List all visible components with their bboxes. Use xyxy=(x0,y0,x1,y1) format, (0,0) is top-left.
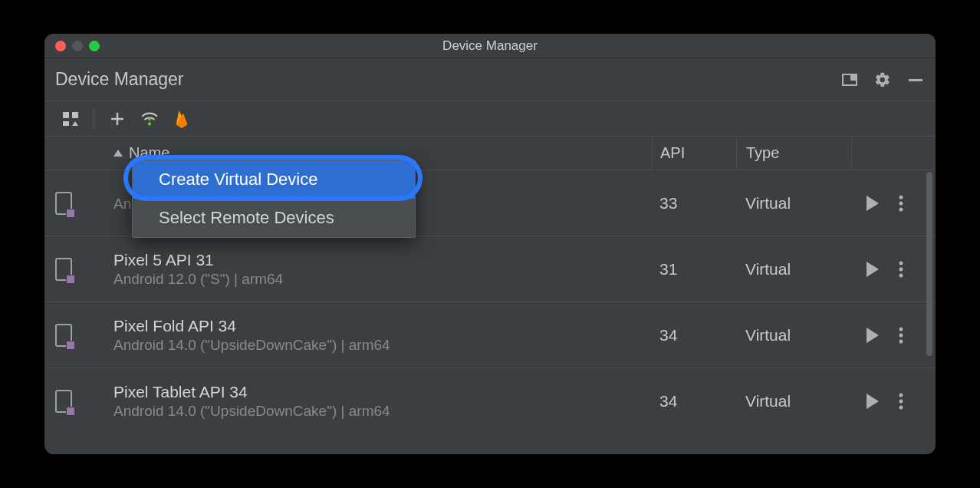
svg-point-10 xyxy=(899,201,903,205)
col-actions-header xyxy=(851,137,936,170)
phone-icon xyxy=(55,324,72,347)
panel-header-actions xyxy=(842,71,923,88)
device-type: Virtual xyxy=(736,302,851,368)
device-category-icon[interactable] xyxy=(55,105,86,133)
menu-item-label: Create Virtual Device xyxy=(159,170,317,190)
device-api: 34 xyxy=(652,302,736,368)
svg-point-11 xyxy=(899,207,903,211)
svg-point-23 xyxy=(899,406,903,410)
play-icon[interactable] xyxy=(865,327,880,344)
more-icon[interactable] xyxy=(899,327,903,344)
add-device-button[interactable] xyxy=(102,105,133,133)
zoom-window-button[interactable] xyxy=(89,41,100,51)
device-subtitle: Android 14.0 ("UpsideDownCake") | arm64 xyxy=(113,403,390,420)
device-type: Virtual xyxy=(736,368,851,434)
phone-icon xyxy=(55,258,72,281)
svg-point-7 xyxy=(148,122,151,125)
device-type: Virtual xyxy=(736,236,851,302)
more-icon[interactable] xyxy=(899,195,903,212)
phone-icon xyxy=(55,192,72,215)
panel-title: Device Manager xyxy=(55,69,842,90)
menu-item-label: Select Remote Devices xyxy=(159,208,334,228)
col-api-header[interactable]: API xyxy=(652,137,736,170)
svg-rect-3 xyxy=(63,112,69,118)
device-api: 34 xyxy=(652,368,736,434)
device-subtitle: Android 14.0 ("UpsideDownCake") | arm64 xyxy=(113,337,390,354)
svg-point-13 xyxy=(899,261,903,265)
scrollbar[interactable] xyxy=(926,172,932,356)
toolbar xyxy=(44,101,936,137)
svg-point-21 xyxy=(899,394,903,397)
svg-point-18 xyxy=(899,333,903,337)
device-row[interactable]: Pixel Tablet API 34 Android 14.0 ("Upsid… xyxy=(44,368,936,434)
device-type: Virtual xyxy=(736,170,851,236)
svg-rect-2 xyxy=(909,79,922,81)
firebase-icon[interactable] xyxy=(166,105,197,133)
device-manager-window: Device Manager Device Manager xyxy=(44,34,936,454)
add-device-dropdown: Create Virtual Device Select Remote Devi… xyxy=(132,160,416,238)
window-mode-icon[interactable] xyxy=(842,72,857,87)
device-api: 31 xyxy=(652,236,736,302)
device-api: 33 xyxy=(652,170,736,236)
window-title: Device Manager xyxy=(44,38,936,54)
svg-point-14 xyxy=(899,267,903,271)
svg-point-9 xyxy=(899,195,903,199)
svg-rect-1 xyxy=(850,74,857,81)
svg-marker-12 xyxy=(867,262,879,277)
device-row[interactable]: Pixel 5 API 31 Android 12.0 ("S") | arm6… xyxy=(44,236,936,302)
play-icon[interactable] xyxy=(865,195,880,212)
svg-point-22 xyxy=(899,400,903,404)
svg-marker-8 xyxy=(867,196,879,211)
svg-point-19 xyxy=(899,339,903,343)
toolbar-separator xyxy=(94,109,94,129)
minimize-panel-icon[interactable] xyxy=(908,72,923,87)
minimize-window-button[interactable] xyxy=(72,41,83,51)
more-icon[interactable] xyxy=(899,393,903,410)
phone-icon xyxy=(55,390,72,413)
svg-marker-6 xyxy=(72,121,78,126)
svg-point-15 xyxy=(899,273,903,277)
svg-marker-16 xyxy=(867,328,879,343)
svg-marker-20 xyxy=(867,394,879,409)
menu-select-remote-devices[interactable]: Select Remote Devices xyxy=(133,199,415,237)
more-icon[interactable] xyxy=(899,261,903,278)
menu-create-virtual-device[interactable]: Create Virtual Device xyxy=(133,160,415,199)
device-name: Pixel Fold API 34 xyxy=(113,317,236,335)
device-row[interactable]: Pixel Fold API 34 Android 14.0 ("UpsideD… xyxy=(44,302,936,368)
wifi-pair-icon[interactable] xyxy=(134,105,165,133)
col-type-header[interactable]: Type xyxy=(736,137,851,170)
svg-point-17 xyxy=(899,327,903,331)
svg-rect-5 xyxy=(63,121,69,126)
gear-icon[interactable] xyxy=(874,71,891,88)
titlebar: Device Manager xyxy=(44,34,936,58)
close-window-button[interactable] xyxy=(55,41,66,51)
svg-rect-4 xyxy=(72,112,78,118)
device-name: Pixel 5 API 31 xyxy=(113,251,214,269)
device-subtitle: Android 12.0 ("S") | arm64 xyxy=(113,271,283,288)
device-name: Pixel Tablet API 34 xyxy=(113,383,248,401)
sort-ascending-icon xyxy=(113,150,123,157)
window-controls xyxy=(44,41,100,51)
panel-header: Device Manager xyxy=(44,58,936,101)
play-icon[interactable] xyxy=(865,261,880,278)
play-icon[interactable] xyxy=(865,393,880,410)
